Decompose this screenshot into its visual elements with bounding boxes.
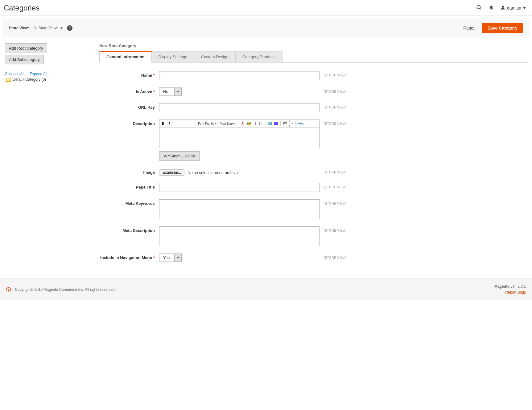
scope-meta-description: [STORE VIEW]	[324, 226, 528, 232]
label-meta-keywords: Meta Keywords	[99, 199, 155, 206]
chevron-down-icon	[174, 87, 182, 96]
tab-general-information[interactable]: General Information	[99, 51, 152, 63]
separator	[280, 121, 281, 126]
main-panel: New Root Category General Information Di…	[99, 43, 528, 269]
file-browse-button[interactable]: Examinar...	[159, 169, 184, 176]
textarea-meta-keywords[interactable]	[159, 199, 320, 219]
select-include-nav[interactable]: Yes	[159, 254, 182, 262]
scope-is-active: [STORE VIEW]	[324, 87, 528, 93]
media-icon[interactable]	[274, 121, 278, 126]
store-view-label: Store View:	[9, 26, 29, 30]
label-description: Description	[99, 120, 155, 126]
row-page-title: Page Title [STORE VIEW]	[99, 183, 528, 192]
scope-url-key: [STORE VIEW]	[324, 103, 528, 109]
input-name[interactable]	[159, 71, 320, 80]
tab-display-settings[interactable]: Display Settings	[152, 51, 194, 63]
panel-title: New Root Category	[99, 43, 528, 48]
store-view: Store View: All Store Views ?	[9, 25, 72, 31]
wysiwyg-editor-button[interactable]: WYSIWYG Editor	[159, 151, 200, 161]
numbered-list-icon[interactable]: 1 2 3	[289, 121, 294, 126]
tabs: General Information Display Settings Cus…	[99, 51, 528, 63]
row-image: Image Examinar... No se seleccionó un ar…	[99, 168, 528, 176]
user-icon	[501, 5, 505, 11]
label-name: Name	[99, 71, 155, 78]
rte-body[interactable]	[159, 128, 319, 148]
textarea-meta-description[interactable]	[159, 226, 320, 246]
bell-icon[interactable]	[489, 5, 494, 11]
tab-custom-design[interactable]: Custom Design	[194, 51, 236, 63]
label-page-title: Page Title	[99, 183, 155, 189]
user-menu[interactable]: damian	[501, 5, 526, 11]
input-url-key[interactable]	[159, 103, 320, 112]
scope-meta-keywords: [STORE VIEW]	[324, 199, 528, 205]
separator	[195, 121, 195, 126]
separator	[174, 121, 174, 126]
magento-logo-icon	[6, 287, 11, 292]
product-name: Magento	[494, 284, 509, 289]
tab-category-products[interactable]: Category Products	[236, 51, 283, 63]
label-meta-description: Meta Description	[99, 226, 155, 233]
form: Name [STORE VIEW] Is Active No [STORE VI…	[99, 71, 528, 262]
add-root-category-button[interactable]: Add Root Category	[5, 43, 47, 53]
italic-icon[interactable]: I	[167, 121, 172, 126]
backcolor-icon[interactable]: ab	[246, 121, 251, 126]
align-right-icon[interactable]	[188, 121, 193, 126]
font-size-label: Font Size	[220, 122, 233, 125]
actions-right: Reset Save Category	[461, 23, 523, 33]
select-is-active[interactable]: No	[159, 87, 182, 96]
html-icon[interactable]: HTML	[298, 121, 303, 126]
svg-point-0	[477, 5, 480, 9]
separator	[238, 121, 238, 126]
version-line: Magento ver. 2.0.1	[494, 284, 526, 290]
label-include-nav: Include in Navigation Menu	[99, 254, 155, 260]
save-category-button[interactable]: Save Category	[482, 23, 523, 33]
label-image: Image	[99, 168, 155, 175]
scope-name: [STORE VIEW]	[324, 71, 528, 77]
scope-image: [STORE VIEW]	[324, 168, 528, 174]
align-center-icon[interactable]	[182, 121, 187, 126]
svg-point-2	[502, 6, 504, 8]
help-icon[interactable]: ?	[67, 25, 72, 31]
tree-item-default-category[interactable]: Default Category (0)	[4, 77, 96, 82]
row-description: Description B I	[99, 120, 528, 161]
link-icon[interactable]	[255, 121, 260, 126]
font-family-select[interactable]: Font Family	[197, 121, 217, 126]
row-is-active: Is Active No [STORE VIEW]	[99, 87, 528, 96]
collapse-all-link[interactable]: Collapse All	[5, 72, 24, 76]
font-size-select[interactable]: Font Size	[219, 121, 236, 126]
fontcolor-icon[interactable]: A	[240, 121, 245, 126]
row-meta-description: Meta Description [STORE VIEW]	[99, 226, 528, 246]
reset-button[interactable]: Reset	[461, 25, 476, 31]
sidebar: Add Root Category Add Subcategory Collap…	[4, 43, 96, 269]
header-controls: damian	[476, 5, 526, 11]
row-url-key: URL Key [STORE VIEW]	[99, 103, 528, 112]
separator	[253, 121, 253, 126]
bulleted-list-icon[interactable]	[282, 121, 287, 126]
footer: Copyright© 2016 Magento Commerce Inc. Al…	[0, 278, 532, 300]
rte: B I	[159, 120, 320, 148]
scope-include-nav: [STORE VIEW]	[324, 254, 528, 259]
rte-toolbar: B I	[159, 120, 319, 128]
input-page-title[interactable]	[159, 183, 320, 192]
page-header: Categories damian	[0, 0, 532, 16]
chevron-down-icon	[60, 26, 63, 30]
image-icon[interactable]	[267, 121, 272, 126]
expand-all-link[interactable]: Expand All	[30, 72, 47, 76]
align-left-icon[interactable]	[176, 121, 181, 126]
username: damian	[507, 6, 521, 10]
report-bugs-link[interactable]: Report Bugs	[505, 290, 526, 294]
tree-item-label: Default Category (0)	[13, 77, 46, 82]
label-url-key: URL Key	[99, 103, 155, 110]
store-view-select[interactable]: All Store Views	[33, 26, 62, 30]
page-title: Categories	[4, 4, 39, 12]
bold-icon[interactable]: B	[161, 121, 166, 126]
add-subcategory-button[interactable]: Add Subcategory	[5, 55, 44, 64]
copyright: Copyright© 2016 Magento Commerce Inc. Al…	[15, 287, 116, 292]
chevron-down-icon	[174, 254, 182, 262]
select-include-nav-value: Yes	[159, 254, 174, 262]
unlink-icon[interactable]	[261, 121, 266, 126]
select-is-active-value: No	[159, 87, 174, 96]
folder-icon	[6, 78, 11, 82]
search-icon[interactable]	[476, 5, 482, 11]
font-family-label: Font Family	[198, 122, 214, 125]
